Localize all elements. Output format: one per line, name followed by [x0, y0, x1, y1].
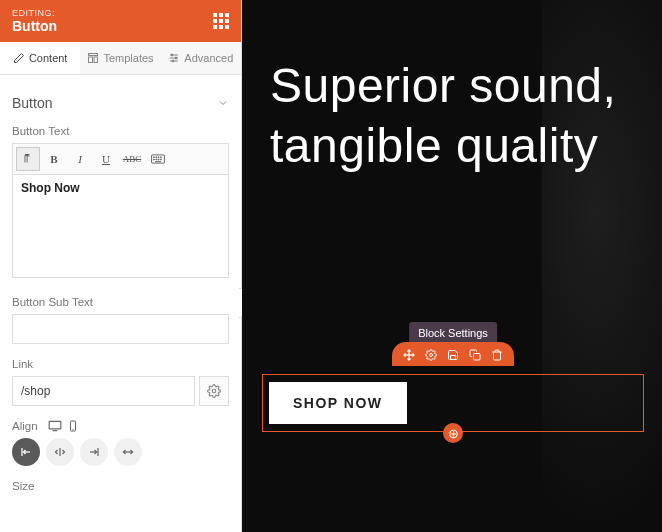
element-title: Button [12, 18, 57, 34]
svg-point-17 [160, 159, 161, 160]
tab-templates[interactable]: Templates [80, 42, 160, 74]
svg-point-8 [172, 60, 174, 62]
editing-label: EDITING: [12, 8, 57, 18]
svg-point-10 [153, 157, 154, 158]
svg-point-11 [156, 157, 157, 158]
strike-button[interactable]: ABC [120, 147, 144, 171]
svg-point-14 [153, 159, 154, 160]
section-title: Button [12, 95, 52, 111]
align-justify-button[interactable] [114, 438, 142, 466]
editor-sidebar: EDITING: Button Content Templates Advanc… [0, 0, 242, 532]
panel: Button Button Text B I U ABC Button Sub … [0, 75, 241, 532]
align-right-button[interactable] [80, 438, 108, 466]
rich-text-toolbar: B I U ABC [12, 143, 229, 174]
link-settings-button[interactable] [199, 376, 229, 406]
svg-rect-33 [474, 354, 481, 361]
pencil-icon [13, 52, 25, 64]
tab-content-label: Content [29, 52, 68, 64]
tabs: Content Templates Advanced [0, 42, 241, 75]
preview-shop-now-button[interactable]: SHOP NOW [269, 382, 407, 424]
move-icon[interactable] [402, 348, 416, 362]
button-text-input[interactable] [12, 174, 229, 278]
template-icon [87, 52, 99, 64]
svg-rect-20 [49, 421, 61, 429]
svg-point-19 [212, 389, 216, 393]
svg-rect-2 [94, 57, 98, 63]
field-size: Size [12, 480, 229, 492]
svg-point-6 [171, 54, 173, 56]
svg-point-15 [156, 159, 157, 160]
svg-point-12 [158, 157, 159, 158]
link-label: Link [12, 358, 229, 370]
add-block-button[interactable]: ⊕ [443, 423, 463, 443]
italic-button[interactable]: I [68, 147, 92, 171]
align-left-button[interactable] [12, 438, 40, 466]
tab-advanced-label: Advanced [184, 52, 233, 64]
tab-content[interactable]: Content [0, 42, 80, 74]
tab-advanced[interactable]: Advanced [161, 42, 241, 74]
hero-heading[interactable]: Superior sound, tangible quality [270, 56, 662, 176]
sliders-icon [168, 52, 180, 64]
svg-point-16 [158, 159, 159, 160]
duplicate-icon[interactable] [468, 348, 482, 362]
sub-text-input[interactable] [12, 314, 229, 344]
field-sub-text: Button Sub Text [12, 296, 229, 344]
save-icon[interactable] [446, 348, 460, 362]
block-tooltip: Block Settings [409, 322, 497, 344]
sidebar-header: EDITING: Button [0, 0, 241, 42]
svg-rect-0 [89, 54, 98, 56]
button-text-label: Button Text [12, 125, 229, 137]
apps-grid-icon[interactable] [213, 13, 229, 29]
block-toolbar [392, 342, 514, 366]
svg-point-7 [175, 57, 177, 59]
field-button-text: Button Text B I U ABC [12, 125, 229, 282]
chevron-down-icon [217, 97, 229, 109]
svg-point-32 [430, 354, 433, 357]
selected-block: Block Settings SHOP NOW ⊕ [262, 374, 644, 432]
tab-templates-label: Templates [103, 52, 153, 64]
paragraph-button[interactable] [16, 147, 40, 171]
align-label: Align [12, 420, 38, 432]
bold-button[interactable]: B [42, 147, 66, 171]
align-center-button[interactable] [46, 438, 74, 466]
canvas-preview[interactable]: Superior sound, tangible quality Block S… [242, 0, 662, 532]
gear-icon [207, 384, 221, 398]
section-toggle-button[interactable]: Button [12, 87, 229, 125]
field-link: Link [12, 358, 229, 406]
sub-text-label: Button Sub Text [12, 296, 229, 308]
field-align: Align [12, 420, 229, 466]
mobile-icon[interactable] [66, 420, 80, 432]
link-input[interactable] [12, 376, 195, 406]
desktop-icon[interactable] [48, 420, 62, 432]
size-label: Size [12, 480, 229, 492]
keyboard-button[interactable] [146, 147, 170, 171]
svg-rect-1 [89, 57, 93, 63]
delete-icon[interactable] [490, 348, 504, 362]
settings-icon[interactable] [424, 348, 438, 362]
svg-point-13 [160, 157, 161, 158]
underline-button[interactable]: U [94, 147, 118, 171]
